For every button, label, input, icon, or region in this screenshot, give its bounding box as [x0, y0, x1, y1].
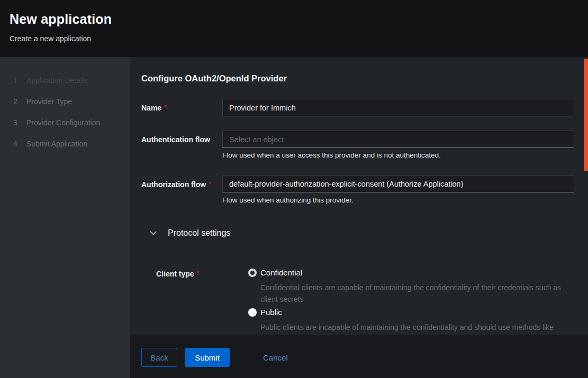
radio-label[interactable]: Public	[260, 308, 282, 317]
client-type-option-public[interactable]: Public Public clients are incapable of m…	[248, 308, 568, 335]
required-asterisk: *	[197, 270, 200, 277]
protocol-settings-toggle[interactable]: Protocol settings	[151, 228, 230, 238]
wizard-step-provider-type[interactable]: 2 Provider Type	[0, 91, 130, 112]
page-title: New application	[10, 12, 588, 27]
authorization-flow-help: Flow used when authorizing this provider…	[222, 196, 354, 204]
page-subtitle: Create a new application	[10, 34, 588, 43]
required-asterisk: *	[164, 104, 167, 111]
client-type-label: Client type*	[156, 270, 199, 278]
wizard-footer: Back Submit Cancel	[130, 335, 588, 378]
radio-description: Public clients are incapable of maintain…	[260, 321, 568, 335]
protocol-settings-label: Protocol settings	[168, 228, 230, 238]
step-label: Submit Application	[26, 140, 87, 148]
step-number: 3	[13, 118, 19, 127]
authentication-flow-help: Flow used when a user access this provid…	[222, 151, 441, 159]
authorization-flow-label: Authorization flow*	[141, 180, 211, 189]
wizard-steps-sidebar: 1 Application Details 2 Provider Type 3 …	[0, 57, 130, 378]
required-asterisk: *	[209, 180, 211, 188]
client-type-option-confidential[interactable]: Confidential Confidential clients are ca…	[248, 268, 568, 305]
radio-label[interactable]: Confidential	[260, 268, 302, 277]
radio-selected-icon[interactable]	[248, 269, 257, 277]
authentication-flow-input[interactable]	[222, 131, 574, 148]
authentication-flow-label: Authentication flow	[141, 135, 210, 144]
wizard-step-submit-application[interactable]: 4 Submit Application	[0, 133, 130, 154]
name-input[interactable]	[222, 99, 574, 116]
wizard-step-application-details[interactable]: 1 Application Details	[0, 70, 130, 91]
step-label: Provider Configuration	[26, 118, 100, 127]
step-label: Application Details	[26, 76, 87, 85]
step-number: 1	[13, 76, 19, 85]
radio-unselected-icon[interactable]	[248, 308, 257, 317]
cancel-link[interactable]: Cancel	[263, 348, 288, 367]
scrollbar-thumb[interactable]	[584, 59, 588, 171]
wizard-step-provider-configuration[interactable]: 3 Provider Configuration	[0, 112, 130, 133]
radio-description: Confidential clients are capable of main…	[260, 282, 568, 305]
chevron-down-icon	[150, 228, 157, 235]
wizard-header: New application Create a new application	[0, 0, 588, 57]
back-button[interactable]: Back	[141, 348, 177, 367]
form-heading: Configure OAuth2/OpenId Provider	[141, 73, 287, 84]
provider-configuration-form: Configure OAuth2/OpenId Provider Name* A…	[130, 57, 588, 335]
submit-button[interactable]: Submit	[185, 348, 230, 367]
step-label: Provider Type	[26, 97, 72, 106]
authorization-flow-input[interactable]	[222, 175, 574, 192]
step-number: 4	[13, 140, 19, 148]
name-label: Name*	[141, 104, 167, 112]
step-number: 2	[13, 97, 19, 106]
